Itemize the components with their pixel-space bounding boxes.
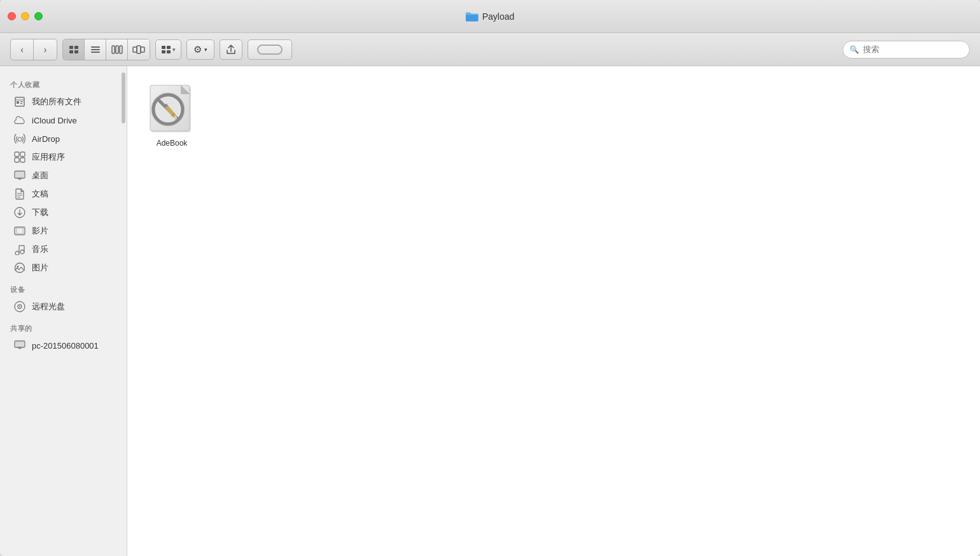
action-button[interactable]: ⚙ ▾ xyxy=(186,39,214,60)
svg-rect-8 xyxy=(116,46,118,53)
svg-rect-19 xyxy=(17,101,19,104)
sidebar-item-pictures[interactable]: 图片 xyxy=(4,259,123,277)
main-area: 个人收藏 我的所有文件 xyxy=(0,66,980,556)
applications-icon xyxy=(14,151,25,163)
search-box[interactable]: 🔍 xyxy=(843,41,970,59)
list-item[interactable]: AdeBook xyxy=(140,79,204,153)
airdrop-label: AirDrop xyxy=(32,134,60,144)
remote-disc-label: 远程光盘 xyxy=(32,301,65,312)
list-icon xyxy=(90,45,101,54)
svg-rect-14 xyxy=(167,46,171,49)
svg-rect-38 xyxy=(16,229,17,233)
traffic-lights xyxy=(8,12,43,20)
svg-rect-11 xyxy=(137,46,141,53)
sidebar-item-applications[interactable]: 应用程序 xyxy=(4,148,123,166)
sidebar-item-downloads[interactable]: 下载 xyxy=(4,204,123,221)
svg-rect-4 xyxy=(91,46,100,48)
close-button[interactable] xyxy=(8,12,16,20)
arrange-chevron: ▾ xyxy=(172,46,176,53)
svg-rect-51 xyxy=(15,342,24,347)
sidebar-scrollbar[interactable] xyxy=(122,73,125,550)
svg-rect-28 xyxy=(15,172,25,177)
forward-button[interactable]: › xyxy=(34,39,57,60)
adebook-file-icon xyxy=(146,81,197,137)
svg-rect-0 xyxy=(69,46,73,49)
icloud-label: iCloud Drive xyxy=(32,116,77,125)
pc-share-label: pc-201506080001 xyxy=(32,341,99,351)
svg-rect-6 xyxy=(91,52,100,53)
applications-label: 应用程序 xyxy=(32,151,65,163)
remote-disc-icon xyxy=(14,301,25,312)
svg-rect-9 xyxy=(120,46,122,53)
svg-rect-24 xyxy=(20,152,25,156)
shared-label: 共享的 xyxy=(0,316,127,336)
all-files-icon xyxy=(14,96,25,108)
pc-share-icon xyxy=(14,340,25,351)
view-cover-button[interactable] xyxy=(128,39,150,60)
grid-icon xyxy=(69,45,79,54)
svg-point-45 xyxy=(15,263,25,273)
arrange-button[interactable]: ▾ xyxy=(155,39,181,60)
sidebar-item-remote-disc[interactable]: 远程光盘 xyxy=(4,298,123,316)
music-icon xyxy=(14,244,25,255)
sidebar-scrollbar-thumb xyxy=(122,73,125,123)
sidebar-item-pc-share[interactable]: pc-201506080001 xyxy=(4,337,123,354)
maximize-button[interactable] xyxy=(34,12,43,20)
share-button[interactable] xyxy=(220,39,242,60)
action-chevron-icon: ▾ xyxy=(204,46,207,53)
toolbar: ‹ › xyxy=(0,33,980,66)
titlebar: Payload xyxy=(0,0,980,33)
tag-button[interactable] xyxy=(248,39,292,60)
column-icon xyxy=(111,45,123,54)
titlebar-center: Payload xyxy=(466,11,515,22)
svg-point-41 xyxy=(20,250,24,254)
desktop-label: 桌面 xyxy=(32,170,48,181)
tag-oval xyxy=(257,45,283,55)
svg-point-40 xyxy=(15,251,19,255)
pictures-label: 图片 xyxy=(32,262,48,274)
cover-icon xyxy=(132,45,145,54)
movies-label: 影片 xyxy=(32,225,48,237)
svg-rect-15 xyxy=(162,50,165,53)
svg-rect-1 xyxy=(74,46,78,49)
svg-rect-37 xyxy=(15,233,25,235)
view-column-button[interactable] xyxy=(106,39,128,60)
sidebar-item-documents[interactable]: 文稿 xyxy=(4,185,123,203)
share-icon xyxy=(227,45,235,55)
svg-rect-3 xyxy=(74,50,78,53)
sidebar: 个人收藏 我的所有文件 xyxy=(0,66,127,556)
svg-rect-13 xyxy=(162,46,165,49)
svg-rect-5 xyxy=(91,49,100,50)
sidebar-item-music[interactable]: 音乐 xyxy=(4,240,123,258)
adebook-label: AdeBook xyxy=(157,139,188,148)
svg-rect-20 xyxy=(20,101,23,102)
movies-icon xyxy=(14,225,25,237)
view-list-button[interactable] xyxy=(85,39,106,60)
svg-rect-16 xyxy=(167,50,171,53)
downloads-icon xyxy=(14,207,25,218)
view-icon-button[interactable] xyxy=(63,39,85,60)
minimize-button[interactable] xyxy=(21,12,29,20)
sidebar-item-all-files[interactable]: 我的所有文件 xyxy=(4,93,123,111)
nav-group: ‹ › xyxy=(10,39,57,60)
svg-rect-2 xyxy=(69,50,73,53)
search-input[interactable] xyxy=(863,45,946,54)
documents-label: 文稿 xyxy=(32,188,48,200)
sidebar-item-desktop[interactable]: 桌面 xyxy=(4,167,123,184)
svg-rect-12 xyxy=(141,47,144,52)
svg-rect-23 xyxy=(15,152,19,156)
finder-window: Payload ‹ › xyxy=(0,0,980,556)
svg-point-49 xyxy=(19,306,20,307)
svg-rect-10 xyxy=(133,47,137,52)
desktop-icon xyxy=(14,170,25,181)
svg-point-46 xyxy=(17,266,19,268)
airdrop-icon xyxy=(14,133,25,144)
svg-rect-25 xyxy=(15,158,19,162)
sidebar-item-airdrop[interactable]: AirDrop xyxy=(4,130,123,148)
svg-rect-7 xyxy=(112,46,115,53)
window-title: Payload xyxy=(482,11,515,22)
back-button[interactable]: ‹ xyxy=(11,39,34,60)
svg-point-22 xyxy=(18,137,22,141)
sidebar-item-icloud-drive[interactable]: iCloud Drive xyxy=(4,111,123,129)
sidebar-item-movies[interactable]: 影片 xyxy=(4,222,123,240)
